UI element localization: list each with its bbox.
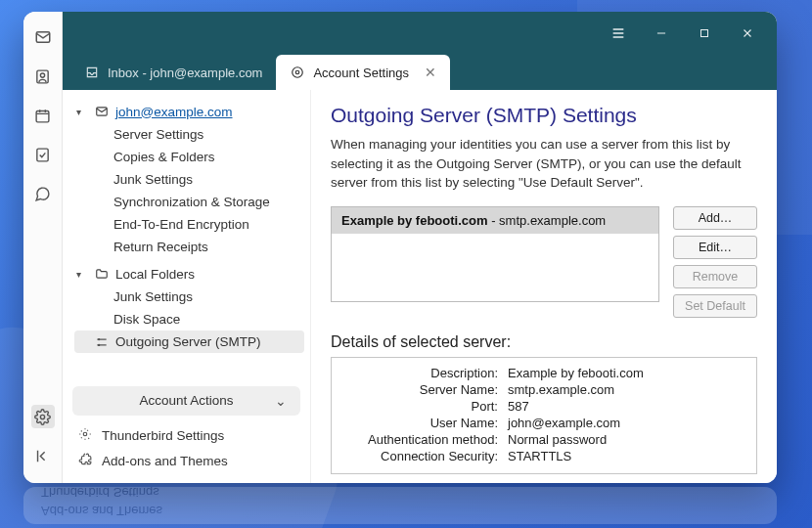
calendar-icon[interactable] bbox=[31, 104, 55, 127]
maximize-button[interactable] bbox=[683, 12, 726, 55]
svg-rect-3 bbox=[36, 110, 49, 121]
tree-item-e2e[interactable]: End-To-End Encryption bbox=[74, 213, 304, 236]
edit-button[interactable]: Edit… bbox=[673, 236, 757, 259]
local-folders-node[interactable]: ▾ Local Folders bbox=[74, 262, 304, 286]
svg-point-12 bbox=[83, 432, 87, 436]
svg-point-8 bbox=[296, 70, 300, 74]
account-tree: ▾ john@example.com Server Settings Copie… bbox=[63, 90, 311, 483]
menu-icon[interactable] bbox=[597, 12, 640, 55]
addressbook-icon[interactable] bbox=[31, 65, 55, 88]
tasks-icon[interactable] bbox=[31, 143, 55, 166]
smtp-button-column: Add… Edit… Remove Set Default bbox=[673, 206, 757, 318]
svg-point-10 bbox=[99, 338, 100, 339]
detail-val-port: 587 bbox=[508, 399, 746, 414]
detail-key-description: Description: bbox=[341, 366, 498, 380]
page-title: Outgoing Server (SMTP) Settings bbox=[331, 104, 757, 127]
chat-icon[interactable] bbox=[31, 182, 55, 205]
detail-val-username: john@example.com bbox=[508, 416, 746, 430]
svg-point-5 bbox=[40, 415, 44, 418]
smtp-settings-panel: Outgoing Server (SMTP) Settings When man… bbox=[311, 90, 777, 483]
detail-key-security: Connection Security: bbox=[341, 449, 498, 463]
tree-item-local-junk[interactable]: Junk Settings bbox=[74, 286, 304, 308]
gear-icon bbox=[78, 427, 94, 444]
svg-rect-4 bbox=[37, 149, 48, 161]
account-email-label: john@example.com bbox=[115, 105, 233, 119]
smtp-icon bbox=[94, 335, 110, 349]
server-item-name: Example by febooti.com bbox=[341, 213, 488, 228]
titlebar bbox=[63, 12, 777, 55]
tree-item-junk[interactable]: Junk Settings bbox=[74, 168, 304, 191]
account-settings-tab-icon bbox=[290, 65, 305, 80]
settings-icon[interactable] bbox=[31, 405, 55, 428]
detail-val-servername: smtp.example.com bbox=[508, 382, 746, 397]
set-default-button[interactable]: Set Default bbox=[673, 294, 757, 318]
page-description: When managing your identities you can us… bbox=[331, 135, 757, 193]
details-heading: Details of selected server: bbox=[331, 333, 757, 351]
svg-point-2 bbox=[40, 72, 44, 76]
window-body: Inbox - john@example.com Account Setting… bbox=[63, 12, 777, 483]
tab-account-settings[interactable]: Account Settings ✕ bbox=[276, 55, 450, 90]
tree-item-disk-space[interactable]: Disk Space bbox=[74, 308, 304, 330]
detail-val-description: Example by febooti.com bbox=[508, 366, 746, 380]
inbox-icon bbox=[84, 65, 100, 80]
account-node[interactable]: ▾ john@example.com bbox=[74, 100, 304, 123]
detail-key-port: Port: bbox=[341, 399, 498, 414]
account-actions-label: Account Actions bbox=[139, 393, 233, 408]
detail-key-username: User Name: bbox=[341, 416, 498, 430]
smtp-server-list[interactable]: Example by febooti.com - smtp.example.co… bbox=[331, 206, 659, 302]
puzzle-icon bbox=[78, 453, 94, 469]
tab-inbox[interactable]: Inbox - john@example.com bbox=[70, 55, 276, 90]
tree-item-receipts[interactable]: Return Receipts bbox=[74, 236, 304, 258]
detail-key-servername: Server Name: bbox=[341, 382, 498, 397]
server-item-host: - smtp.example.com bbox=[488, 213, 607, 228]
tree-item-copies-folders[interactable]: Copies & Folders bbox=[74, 146, 304, 168]
svg-point-11 bbox=[99, 344, 100, 345]
mail-icon[interactable] bbox=[31, 25, 55, 49]
close-button[interactable] bbox=[726, 12, 769, 55]
tree-item-server-settings[interactable]: Server Settings bbox=[74, 123, 304, 146]
mail-account-icon bbox=[94, 105, 110, 118]
chevron-down-icon: ⌄ bbox=[275, 393, 287, 409]
detail-key-auth: Authentication method: bbox=[341, 432, 498, 447]
smtp-details-box: Description: Example by febooti.com Serv… bbox=[331, 357, 757, 474]
tab-bar: Inbox - john@example.com Account Setting… bbox=[63, 55, 777, 90]
collapse-icon[interactable] bbox=[31, 444, 55, 467]
tree-item-smtp[interactable]: Outgoing Server (SMTP) bbox=[74, 330, 304, 353]
addons-link[interactable]: Add-ons and Themes bbox=[72, 449, 300, 474]
tree-item-sync[interactable]: Synchronization & Storage bbox=[74, 191, 304, 213]
local-folders-label: Local Folders bbox=[115, 267, 195, 282]
detail-val-auth: Normal password bbox=[508, 432, 746, 447]
account-actions-menu[interactable]: Account Actions ⌄ bbox=[72, 386, 300, 416]
smtp-server-item[interactable]: Example by febooti.com - smtp.example.co… bbox=[332, 207, 658, 234]
thunderbird-settings-link[interactable]: Thunderbird Settings bbox=[72, 423, 300, 449]
minimize-button[interactable] bbox=[640, 12, 683, 55]
app-window: Inbox - john@example.com Account Setting… bbox=[23, 12, 777, 483]
tab-account-settings-label: Account Settings bbox=[313, 66, 409, 80]
add-button[interactable]: Add… bbox=[673, 206, 757, 230]
detail-val-security: STARTTLS bbox=[508, 449, 746, 463]
spaces-toolbar bbox=[23, 12, 63, 483]
chevron-down-icon: ▾ bbox=[76, 107, 88, 117]
folder-icon bbox=[94, 267, 110, 281]
remove-button[interactable]: Remove bbox=[673, 265, 757, 288]
tab-inbox-label: Inbox - john@example.com bbox=[108, 66, 262, 80]
chevron-down-icon: ▾ bbox=[76, 269, 88, 280]
tab-close-icon[interactable]: ✕ bbox=[425, 65, 436, 80]
svg-point-7 bbox=[293, 67, 303, 78]
svg-rect-6 bbox=[701, 30, 708, 37]
